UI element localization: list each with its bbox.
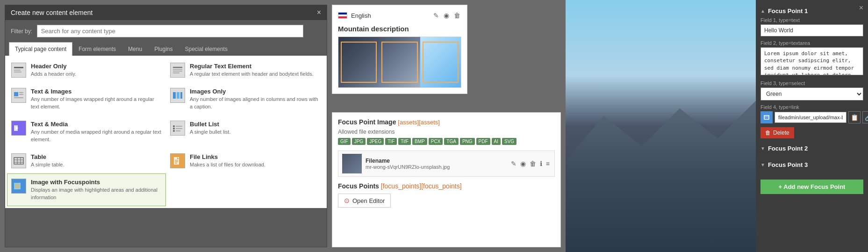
file-edit-button[interactable]: ✎ <box>510 159 517 168</box>
svg-rect-8 <box>19 92 23 93</box>
mountain-panel-header: English ✎ ◉ 🗑 <box>338 11 461 20</box>
fp1-link-type-icon <box>760 111 773 123</box>
focus-points-badge: [focus_points] <box>381 182 421 190</box>
mountain-description-panel: English ✎ ◉ 🗑 Mountain description <box>332 5 467 94</box>
focus-point-2-label: Focus Point 2 <box>768 145 808 152</box>
focus-point-2-section: ▼ Focus Point 2 <box>760 142 863 155</box>
fp1-link-clear-button[interactable]: 🔗 <box>862 111 868 123</box>
focus-box-2 <box>381 42 417 83</box>
fp1-field4-input[interactable] <box>775 112 846 123</box>
file-thumbnail <box>342 154 362 173</box>
mountain-section-title: Mountain description <box>338 25 461 33</box>
search-input[interactable] <box>37 25 303 37</box>
tab-form-elements[interactable]: Form elements <box>72 42 122 56</box>
images-only-text: Images Only Any number of images aligned… <box>190 88 321 110</box>
focus-box-3 <box>423 42 459 83</box>
image-focuspoints-text: Image with Focuspoints Displays an image… <box>31 179 162 201</box>
content-item-file-links[interactable]: File Links Makes a list of files for dow… <box>166 148 325 173</box>
create-content-panel: Create new content element × Filter by: … <box>5 5 327 247</box>
focus-point-1-header[interactable]: ▲ Focus Point 1 <box>760 5 863 17</box>
tab-typical-page-content[interactable]: Typical page content <box>9 42 72 56</box>
panel-header: Create new content element × <box>5 5 327 20</box>
fp1-field3: Field 3, type=select Green Red Blue <box>760 80 863 101</box>
file-hide-button[interactable]: ◉ <box>519 159 527 168</box>
focus-box-1 <box>341 42 377 83</box>
fp1-field2-textarea[interactable]: Lorem ipsum dolor sit amet, consetetur s… <box>760 47 863 75</box>
focus-point-image-badge: [assets] <box>398 119 419 126</box>
svg-rect-2 <box>14 72 22 72</box>
table-icon <box>11 153 26 168</box>
file-info: Filename mr-wong-sVqrUN9RZIo-unsplash.jp… <box>366 158 506 170</box>
fp1-field1: Field 1, type=text <box>760 17 863 36</box>
delete-label: Delete <box>773 130 789 136</box>
content-item-text-images[interactable]: Text & Images Any number of images wrapp… <box>7 83 166 115</box>
edit-button[interactable]: ✎ <box>432 11 440 20</box>
focus-point-image-badge2: [assets] <box>419 119 440 126</box>
panel-close-button[interactable]: × <box>317 9 321 16</box>
fp1-field1-input[interactable] <box>760 24 863 36</box>
focus-points-badge2: [focus_points] <box>421 182 461 190</box>
ext-tif: TIF <box>385 138 397 145</box>
regular-text-icon <box>170 63 185 78</box>
focus-point-3-chevron: ▼ <box>760 162 765 167</box>
svg-rect-4 <box>173 69 182 70</box>
open-editor-button[interactable]: ⊙ Open Editor <box>338 194 391 208</box>
svg-rect-0 <box>14 67 23 68</box>
tab-menu[interactable]: Menu <box>122 42 148 56</box>
text-media-text: Text & Media Any number of media wrapped… <box>31 121 162 143</box>
fp1-field3-select[interactable]: Green Red Blue <box>760 87 863 101</box>
content-item-regular-text[interactable]: Regular Text Element A regular text elem… <box>166 58 325 83</box>
regular-text-text: Regular Text Element A regular text elem… <box>190 63 314 78</box>
svg-rect-19 <box>176 128 182 129</box>
delete-panel-button[interactable]: 🗑 <box>453 11 461 20</box>
focus-point-2-header[interactable]: ▼ Focus Point 2 <box>760 142 863 155</box>
right-panel-close-button[interactable]: × <box>859 4 863 12</box>
svg-point-18 <box>173 128 175 130</box>
language-flag-icon <box>338 12 347 19</box>
add-focus-point-button[interactable]: + Add new Focus Point <box>760 180 863 194</box>
ext-gif: GIF <box>338 138 351 145</box>
focus-point-1-section: ▲ Focus Point 1 Field 1, type=text Field… <box>760 5 863 138</box>
ext-ai: AI <box>492 138 501 145</box>
svg-point-16 <box>173 125 175 127</box>
content-item-bullet-list[interactable]: Bullet List A single bullet list. <box>166 115 325 148</box>
header-only-icon <box>11 63 26 78</box>
file-menu-button[interactable]: ≡ <box>545 159 551 168</box>
file-info-button[interactable]: ℹ <box>539 159 543 168</box>
svg-rect-29 <box>175 160 178 161</box>
fp1-link-browse-button[interactable]: 📋 <box>848 111 861 123</box>
svg-rect-21 <box>176 130 180 131</box>
content-item-header-only[interactable]: Header Only Adds a header only. <box>7 58 166 83</box>
content-item-table[interactable]: Table A simple table. <box>7 148 166 173</box>
content-item-images-only[interactable]: Images Only Any number of images aligned… <box>166 83 325 115</box>
file-delete-button[interactable]: 🗑 <box>529 159 537 168</box>
file-links-text: File Links Makes a list of files for dow… <box>190 153 265 168</box>
ext-tga: TGA <box>444 138 459 145</box>
ext-bmp: BMP <box>412 138 427 145</box>
fp1-field4-label: Field 4, type=link <box>760 104 863 110</box>
visibility-button[interactable]: ◉ <box>443 11 450 20</box>
focus-point-image-panel: Focus Point Image [assets][assets] Allow… <box>332 112 561 247</box>
fp1-field2-label: Field 2, type=textarea <box>760 40 863 46</box>
fp1-delete-button[interactable]: 🗑 Delete <box>760 127 794 138</box>
focus-points-title: Focus Points [focus_points][focus_points… <box>338 182 555 190</box>
table-text: Table A simple table. <box>31 153 65 168</box>
content-item-image-focuspoints[interactable]: Image with Focuspoints Displays an image… <box>7 173 166 206</box>
svg-rect-35 <box>764 115 769 119</box>
bullet-list-text: Bullet List A single bullet list. <box>190 121 230 136</box>
file-path: mr-wong-sVqrUN9RZIo-unsplash.jpg <box>366 164 506 170</box>
tab-special-elements[interactable]: Special elements <box>179 42 234 56</box>
tab-plugins[interactable]: Plugins <box>148 42 179 56</box>
content-item-text-media[interactable]: Text & Media Any number of media wrapped… <box>7 115 166 148</box>
focus-point-1-chevron: ▲ <box>760 8 765 14</box>
content-items-grid: Header Only Adds a header only. Regular … <box>5 56 327 208</box>
svg-rect-13 <box>180 92 182 99</box>
svg-rect-10 <box>14 97 23 98</box>
image-segment-2 <box>379 37 420 87</box>
fp1-field2: Field 2, type=textarea Lorem ipsum dolor… <box>760 40 863 77</box>
image-segment-3 <box>420 37 461 87</box>
focus-point-3-header[interactable]: ▼ Focus Point 3 <box>760 158 863 171</box>
tabs-row: Typical page content Form elements Menu … <box>5 42 327 56</box>
focus-point-3-label: Focus Point 3 <box>768 161 808 168</box>
filter-input-wrap <box>37 25 303 37</box>
